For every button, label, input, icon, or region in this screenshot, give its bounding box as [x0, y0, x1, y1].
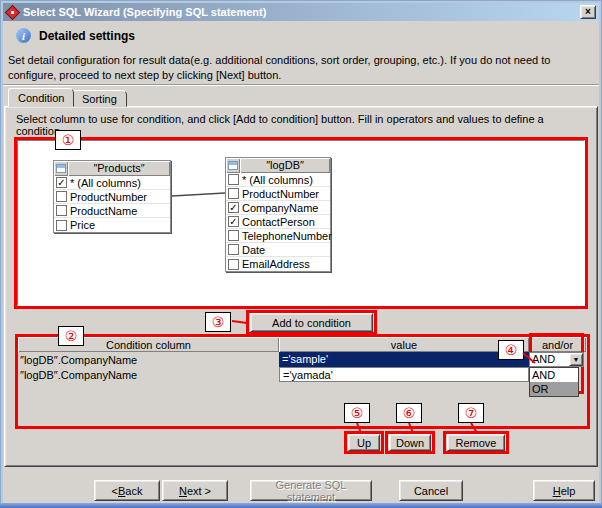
column-row[interactable]: ✓ ContactPerson — [226, 215, 330, 229]
logdb-table-header: ″logDB″ — [226, 158, 330, 173]
window-title: Select SQL Wizard (Specifying SQL statem… — [23, 6, 266, 18]
grid-header-andor: and/or — [529, 337, 586, 352]
condition-row-column: ″logDB″.CompanyName — [20, 369, 137, 381]
info-icon: i — [16, 28, 31, 43]
logdb-table: ″logDB″ * (All columns) ProductNumber ✓ … — [225, 157, 331, 272]
column-row[interactable]: ProductNumber — [54, 190, 170, 204]
tab-condition[interactable]: Condition — [8, 88, 74, 107]
annotation-label-1: ① — [55, 130, 81, 150]
column-row[interactable]: ProductNumber — [226, 187, 330, 201]
products-table: ″Products″ ✓ * (All columns) ProductNumb… — [53, 160, 171, 233]
up-button[interactable]: Up — [348, 434, 380, 451]
checkbox[interactable] — [56, 220, 67, 231]
add-to-condition-button[interactable]: Add to condition — [250, 313, 373, 332]
column-row[interactable]: ProductName — [54, 204, 170, 218]
close-icon[interactable]: × — [580, 5, 596, 19]
column-row[interactable]: TelephoneNumber — [226, 229, 330, 243]
chevron-down-icon[interactable]: ▼ — [569, 353, 583, 366]
condition-row-value[interactable]: ='yamada' — [279, 367, 529, 382]
window-bottom-edge — [0, 503, 602, 508]
checkbox[interactable] — [56, 191, 67, 202]
help-button[interactable]: Help — [533, 480, 595, 501]
grid-header-value: value — [279, 337, 529, 352]
down-button[interactable]: Down — [389, 434, 431, 451]
header-separator — [2, 84, 600, 86]
andor-selected-value: AND — [530, 353, 569, 366]
annotation-label-3: ③ — [205, 312, 231, 332]
table-icon — [54, 161, 68, 176]
page-title: Detailed settings — [39, 29, 135, 43]
column-row[interactable]: Date — [226, 243, 330, 257]
checkbox[interactable]: ✓ — [228, 216, 239, 227]
back-button[interactable]: < Back — [94, 480, 160, 501]
next-button[interactable]: Next > — [162, 480, 228, 501]
logdb-table-name: ″logDB″ — [240, 158, 330, 173]
annotation-label-4: ④ — [498, 340, 524, 360]
andor-dropdown-list: AND OR — [529, 367, 579, 397]
checkbox[interactable] — [228, 188, 239, 199]
cancel-button[interactable]: Cancel — [399, 480, 463, 501]
condition-row-column: ″logDB″.CompanyName — [20, 354, 137, 366]
checkbox[interactable] — [56, 205, 67, 216]
column-row[interactable]: * (All columns) — [226, 173, 330, 187]
app-icon — [6, 6, 19, 19]
generate-sql-button: Generate SQL statement — [250, 480, 372, 501]
condition-row-value[interactable]: ='sample' — [279, 352, 529, 367]
andor-dropdown[interactable]: AND ▼ — [529, 352, 584, 367]
select-sql-wizard-dialog: Select SQL Wizard (Specifying SQL statem… — [0, 0, 602, 508]
page-description: Set detail configuration for result data… — [8, 53, 596, 83]
annotation-label-2: ② — [58, 326, 84, 346]
products-table-name: ″Products″ — [68, 161, 170, 176]
tab-sorting[interactable]: Sorting — [72, 90, 127, 107]
checkbox[interactable]: ✓ — [228, 202, 239, 213]
column-row[interactable]: EmailAddress — [226, 257, 330, 271]
andor-option-or[interactable]: OR — [530, 382, 578, 396]
column-row[interactable]: ✓ * (All columns) — [54, 176, 170, 190]
checkbox[interactable] — [228, 230, 239, 241]
title-bar[interactable]: Select SQL Wizard (Specifying SQL statem… — [3, 3, 599, 21]
checkbox[interactable] — [228, 174, 239, 185]
column-row[interactable]: ✓ CompanyName — [226, 201, 330, 215]
checkbox[interactable]: ✓ — [56, 177, 67, 188]
checkbox[interactable] — [228, 244, 239, 255]
column-row[interactable]: Price — [54, 218, 170, 232]
annotation-label-6: ⑥ — [396, 403, 422, 423]
annotation-label-5: ⑤ — [344, 403, 370, 423]
remove-button[interactable]: Remove — [447, 434, 505, 451]
annotation-label-7: ⑦ — [458, 403, 484, 423]
checkbox[interactable] — [228, 259, 239, 270]
table-icon — [226, 158, 240, 173]
andor-option-and[interactable]: AND — [530, 368, 578, 382]
products-table-header: ″Products″ — [54, 161, 170, 176]
condition-instruction: Select column to use for condition, and … — [16, 113, 591, 137]
